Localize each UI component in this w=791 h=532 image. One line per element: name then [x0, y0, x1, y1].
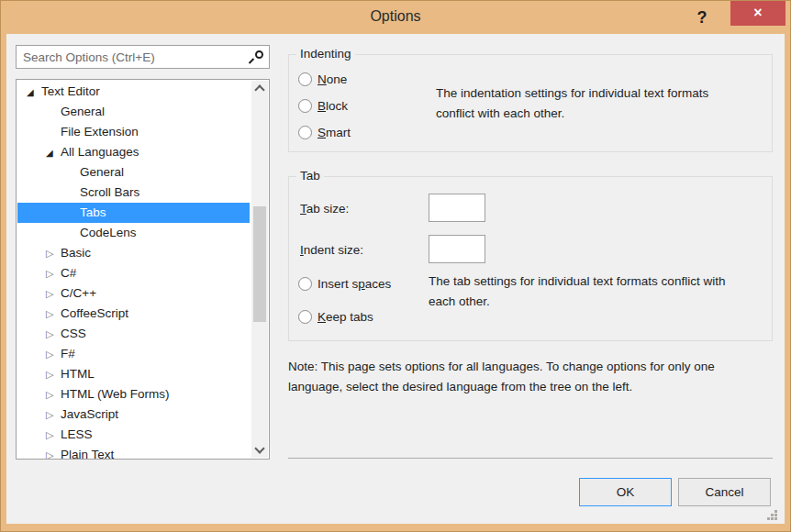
tree-item-label: All Languages — [61, 145, 139, 159]
tree-item-label: C/C++ — [61, 286, 96, 300]
search-box[interactable] — [16, 45, 270, 69]
ok-button[interactable]: OK — [579, 478, 672, 506]
indenting-conflict-text: The indentation settings for individual … — [436, 83, 730, 124]
tree-collapsed-icon[interactable]: ▷ — [46, 384, 61, 405]
tree-item-label: HTML (Web Forms) — [61, 387, 170, 401]
tree-item[interactable]: CodeLens — [17, 223, 250, 243]
tree-item-label: F# — [61, 347, 75, 360]
tree-item[interactable]: ▷C# — [17, 263, 250, 283]
indent-size-input[interactable] — [429, 235, 485, 263]
tree-item[interactable]: Tabs — [17, 203, 250, 223]
tree-item[interactable]: ▷C/C++ — [17, 283, 250, 304]
tree-item[interactable]: ▷F# — [17, 344, 250, 364]
tree-item-label: Basic — [61, 246, 91, 260]
dialog-content: ◢Text Editor General File Extension ◢All… — [6, 34, 785, 524]
tree-collapsed-icon[interactable]: ▷ — [46, 263, 61, 283]
tab-size-label: Tab size: — [300, 200, 349, 218]
tree-item[interactable]: ▷CoffeeScript — [17, 304, 250, 324]
radio-insert-spaces-circle[interactable] — [298, 277, 312, 291]
radio-none-circle[interactable] — [298, 72, 312, 86]
tree-item-label: CoffeeScript — [61, 306, 128, 320]
tree-item[interactable]: File Extension — [17, 122, 250, 142]
indent-size-label: Indent size: — [300, 241, 363, 260]
radio-insert-spaces-label: Insert spaces — [318, 277, 391, 291]
tree-collapsed-icon[interactable]: ▷ — [46, 445, 61, 460]
tree-item-label: General — [61, 105, 105, 118]
tree-collapsed-icon[interactable]: ▷ — [46, 405, 61, 425]
tree-expanded-icon[interactable]: ◢ — [27, 83, 41, 103]
footer-separator — [288, 458, 773, 459]
tree-collapsed-icon[interactable]: ▷ — [46, 364, 61, 384]
tree-item-label: Text Editor — [41, 84, 100, 98]
options-tree-panel: ◢Text Editor General File Extension ◢All… — [16, 79, 270, 460]
radio-keep-tabs[interactable]: Keep tabs — [298, 308, 373, 327]
radio-keep-tabs-circle[interactable] — [298, 310, 312, 324]
radio-smart-label: Smart — [318, 126, 351, 139]
tree-item-label: File Extension — [61, 125, 139, 139]
help-icon[interactable]: ? — [691, 6, 713, 29]
tab-conflict-text: The tab settings for individual text for… — [429, 272, 741, 312]
indenting-group-legend: Indenting — [296, 47, 355, 61]
tree-item[interactable]: Scroll Bars — [17, 183, 250, 203]
tree-item[interactable]: ▷HTML — [17, 364, 250, 384]
radio-block[interactable]: Block — [298, 97, 348, 116]
scrollbar-thumb[interactable] — [253, 206, 266, 322]
tree-item[interactable]: General — [17, 162, 250, 183]
radio-block-label: Block — [318, 99, 348, 113]
tree-item-label: CodeLens — [80, 226, 137, 239]
scroll-up-icon[interactable] — [251, 81, 268, 96]
radio-none-label: None — [318, 72, 347, 86]
scroll-down-icon[interactable] — [251, 442, 268, 458]
tree-item[interactable]: ▷LESS — [17, 425, 250, 445]
tree-collapsed-icon[interactable]: ▷ — [46, 243, 61, 263]
close-icon[interactable]: × — [730, 1, 785, 26]
radio-keep-tabs-label: Keep tabs — [318, 310, 373, 324]
search-input[interactable] — [23, 47, 243, 67]
cancel-button[interactable]: Cancel — [678, 478, 771, 506]
tree-item-label: Scroll Bars — [80, 185, 139, 199]
titlebar[interactable]: Options ? × — [1, 1, 790, 34]
tree-collapsed-icon[interactable]: ▷ — [46, 425, 61, 445]
tree-item[interactable]: ◢Text Editor — [17, 82, 250, 102]
radio-none[interactable]: None — [298, 71, 347, 89]
search-icon[interactable] — [250, 50, 263, 64]
tree-scrollbar[interactable] — [251, 81, 268, 458]
tree-item[interactable]: ▷Plain Text — [17, 445, 250, 460]
tree-item-label: General — [80, 165, 124, 179]
indenting-group: Indenting None Block Smart The indentati… — [288, 54, 773, 152]
tab-size-input[interactable] — [429, 194, 485, 222]
tree-item-label: Tabs — [80, 205, 106, 219]
tree-item[interactable]: ▷Basic — [17, 243, 250, 263]
tree-item-label: HTML — [61, 367, 95, 381]
dialog-title: Options — [1, 1, 790, 34]
tree-item[interactable]: ▷JavaScript — [17, 405, 250, 425]
tree-item[interactable]: ▷CSS — [17, 324, 250, 344]
tree-item-label: C# — [61, 266, 76, 280]
resize-grip-icon[interactable] — [766, 509, 777, 520]
tree-item[interactable]: ▷HTML (Web Forms) — [17, 384, 250, 405]
radio-block-circle[interactable] — [298, 99, 312, 113]
tree-collapsed-icon[interactable]: ▷ — [46, 283, 61, 304]
tree-collapsed-icon[interactable]: ▷ — [46, 304, 61, 324]
note-text: Note: This page sets options for all lan… — [288, 357, 761, 397]
radio-smart-circle[interactable] — [298, 126, 312, 139]
radio-insert-spaces[interactable]: Insert spaces — [298, 275, 391, 294]
options-dialog: Options ? × ◢Text Editor General File Ex… — [0, 0, 791, 532]
tree-item-label: JavaScript — [61, 407, 118, 421]
tab-group: Tab Tab size: Indent size: Insert spaces… — [288, 176, 773, 341]
tree-item-label: LESS — [61, 427, 93, 441]
tree-item[interactable]: ◢All Languages — [17, 142, 250, 162]
tree-collapsed-icon[interactable]: ▷ — [46, 344, 61, 364]
tree-item-label: CSS — [61, 327, 86, 340]
tab-group-legend: Tab — [296, 169, 324, 183]
tree-expanded-icon[interactable]: ◢ — [46, 143, 61, 163]
options-tree: ◢Text Editor General File Extension ◢All… — [17, 82, 250, 460]
radio-smart[interactable]: Smart — [298, 124, 351, 142]
tree-item[interactable]: General — [17, 102, 250, 122]
tree-item-label: Plain Text — [61, 448, 114, 460]
tree-collapsed-icon[interactable]: ▷ — [46, 324, 61, 344]
